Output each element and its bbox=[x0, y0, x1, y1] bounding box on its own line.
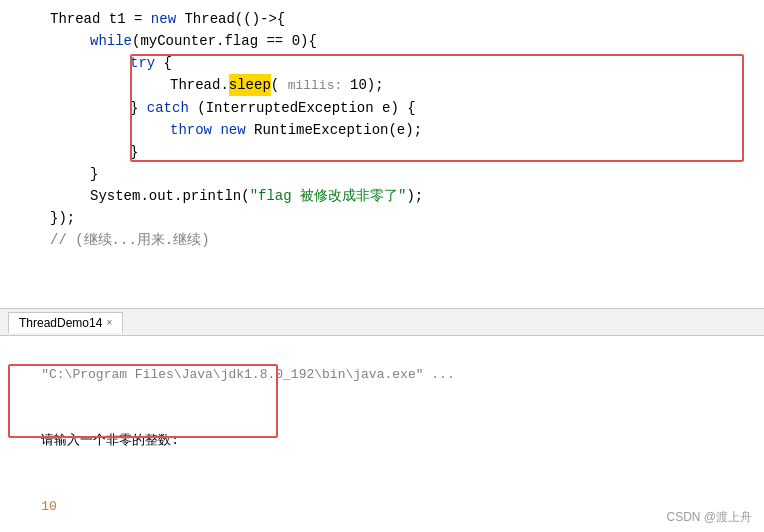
code-token: ( bbox=[271, 74, 288, 96]
code-token: 10); bbox=[350, 74, 384, 96]
code-token-throw: throw bbox=[170, 119, 212, 141]
code-token: while bbox=[90, 30, 132, 52]
code-token: Thread. bbox=[170, 74, 229, 96]
tab-bar: ThreadDemo14 × bbox=[0, 308, 764, 336]
console-section: "C:\Program Files\Java\jdk1.8.0_192\bin\… bbox=[0, 336, 764, 532]
code-token-sleep: sleep bbox=[229, 74, 271, 96]
console-line-1: "C:\Program Files\Java\jdk1.8.0_192\bin\… bbox=[10, 342, 754, 408]
code-line-7: } bbox=[0, 141, 764, 163]
code-line-6: throw new RuntimeException(e); bbox=[0, 119, 764, 141]
code-line-4: Thread.sleep( millis: 10); bbox=[0, 74, 764, 97]
code-token: }); bbox=[50, 207, 75, 229]
console-text: "C:\Program Files\Java\jdk1.8.0_192\bin\… bbox=[41, 367, 454, 382]
code-token: new bbox=[151, 8, 176, 30]
tab-item-threaddemo14[interactable]: ThreadDemo14 × bbox=[8, 312, 123, 333]
code-line-9: System.out.println("flag 被修改成非零了"); bbox=[0, 185, 764, 207]
console-text: 请输入一个非零的整数: bbox=[41, 433, 179, 448]
watermark-text: CSDN @渡上舟 bbox=[666, 510, 752, 524]
console-text: 10 bbox=[41, 499, 57, 514]
console-line-3: 10 bbox=[10, 474, 754, 532]
tab-close-icon[interactable]: × bbox=[106, 317, 112, 328]
code-token: millis: bbox=[288, 75, 350, 97]
code-token: { bbox=[155, 52, 172, 74]
code-token: } bbox=[130, 141, 138, 163]
code-token: "flag 被修改成非零了" bbox=[250, 185, 407, 207]
code-token: } bbox=[130, 97, 147, 119]
code-line-3: try { bbox=[0, 52, 764, 74]
code-line-11: // (继续...用来.继续) bbox=[0, 229, 764, 251]
code-token: System.out.println( bbox=[90, 185, 250, 207]
code-token: } bbox=[90, 163, 98, 185]
code-token: // (继续...用来.继续) bbox=[50, 229, 210, 251]
code-token: ); bbox=[406, 185, 423, 207]
code-line-1: Thread t1 = new Thread(()->{ bbox=[0, 8, 764, 30]
code-line-8: } bbox=[0, 163, 764, 185]
code-line-2: while(myCounter.flag == 0){ bbox=[0, 30, 764, 52]
tab-label: ThreadDemo14 bbox=[19, 316, 102, 330]
code-token: Thread t1 = bbox=[50, 8, 151, 30]
code-line-10: }); bbox=[0, 207, 764, 229]
code-token: try bbox=[130, 52, 155, 74]
console-line-2: 请输入一个非零的整数: bbox=[10, 408, 754, 474]
editor-section: Thread t1 = new Thread(()->{ while(myCou… bbox=[0, 0, 764, 308]
code-token: Thread(()->{ bbox=[176, 8, 285, 30]
watermark: CSDN @渡上舟 bbox=[666, 509, 752, 526]
code-token: (myCounter.flag == 0){ bbox=[132, 30, 317, 52]
code-line-5: } catch (InterruptedException e) { bbox=[0, 97, 764, 119]
code-token: (InterruptedException e) { bbox=[189, 97, 416, 119]
code-token bbox=[212, 119, 220, 141]
code-token: RuntimeException(e); bbox=[246, 119, 422, 141]
code-token: new bbox=[220, 119, 245, 141]
code-token: catch bbox=[147, 97, 189, 119]
